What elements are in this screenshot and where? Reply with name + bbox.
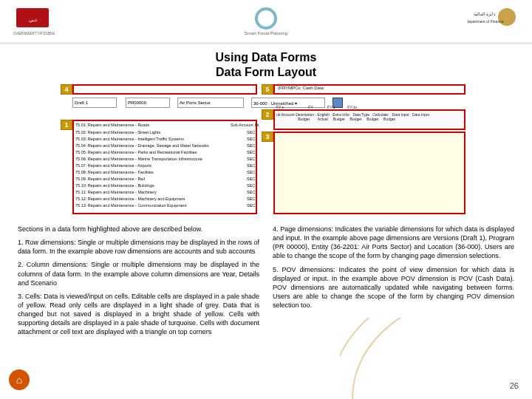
table-row: 75.09: Repairs and Maintenance - Rail (75, 177, 253, 181)
callout-2: 2 (262, 109, 273, 120)
item-1: 1. Row dimensions: Single or multiple di… (18, 238, 259, 256)
page-number: 26 (510, 381, 519, 390)
row-val: SEC (247, 190, 255, 194)
table-row: 75.12: Repairs and Maintenance - Machine… (75, 197, 253, 201)
svg-text:دبي: دبي (29, 17, 37, 23)
row-val: SEC (247, 150, 255, 154)
dof-logo: دائرة الماليةDepartment of Finance (467, 4, 519, 39)
description-columns: Sections in a data form highlighted abov… (0, 217, 532, 341)
box-cells (273, 132, 466, 214)
form-layout-diagram: 5 (FRYMPCs: Cash Data 4 Draft 1 PR00000 … (59, 84, 473, 217)
row-val: SEC (247, 130, 255, 134)
item-3: 3. Cells: Data is viewed/input on cells.… (18, 292, 259, 337)
ring-icon (255, 7, 277, 30)
box-page-dims (72, 84, 257, 95)
row-val: Sub Account Int (231, 123, 259, 127)
title-line-2: Data Form Layout (0, 65, 532, 80)
title-line-1: Using Data Forms (0, 50, 532, 65)
column-headers: ub Account Description - English Extra I… (276, 112, 461, 121)
table-row: 75.06: Repairs and Maintenance - Marine … (75, 157, 253, 161)
row-val: SEC (247, 183, 255, 188)
callout-4: 4 (61, 84, 72, 95)
pov-text: (FRYMPCs: Cash Data (278, 86, 324, 90)
item-2: 2. Column dimensions: Single or multiple… (18, 260, 259, 287)
row-val: SEC (247, 197, 255, 201)
table-row: 75.07: Repairs and Maintenance - Airport… (75, 163, 253, 168)
row-val: SEC (247, 137, 255, 141)
slide-header: دبيGOVERNMENT OF DUBAI Smart Fiscal Plan… (0, 0, 532, 44)
table-row: 75.05: Repairs and Maintenance - Parks a… (75, 150, 253, 154)
fy-labels: FY:s FY FY-1 FY-1s (276, 105, 357, 109)
table-row: 75.01: Repairs and Maintenance - Roads (75, 123, 253, 127)
smart-fiscal-logo: Smart Fiscal Planning (245, 7, 287, 35)
home-icon: ⌂ (16, 374, 22, 386)
dof-caption: Department of Finance (467, 19, 504, 24)
table-row: 75.04: Repairs and Maintenance - Drainag… (75, 143, 253, 148)
slide-title: Using Data Forms Data Form Layout (0, 50, 532, 80)
row-val: SEC (247, 203, 255, 208)
table-row: 75.02: Repairs and Maintenance - Street … (75, 130, 253, 134)
row-val: SEC (247, 157, 255, 161)
item-5: 5. POV dimensions: Indicates the point o… (273, 265, 514, 310)
row-val: SEC (247, 170, 255, 174)
row-val: SEC (247, 163, 255, 168)
dropdown-entity[interactable]: Air Ports Sector (177, 98, 244, 108)
home-button[interactable]: ⌂ (9, 369, 30, 390)
row-val: SEC (247, 177, 255, 181)
right-column: 4. Page dimensions: Indicates the variab… (273, 225, 514, 341)
table-row: 75.10: Repairs and Maintenance - Buildin… (75, 183, 253, 188)
gov-dubai-logo: دبيGOVERNMENT OF DUBAI (13, 4, 65, 39)
row-val: SEC (247, 143, 255, 148)
intro-text: Sections in a data form highlighted abov… (18, 225, 259, 233)
table-row: 75.13: Repairs and Maintenance - Communi… (75, 203, 253, 208)
dropdown-version[interactable]: Draft 1 (72, 98, 117, 108)
item-4: 4. Page dimensions: Indicates the variab… (273, 225, 514, 261)
left-column: Sections in a data form highlighted abov… (18, 225, 259, 341)
table-row: 75.08: Repairs and Maintenance - Facilit… (75, 170, 253, 174)
table-row: 75.03: Repairs and Maintenance - Intelli… (75, 137, 253, 141)
callout-5: 5 (262, 84, 273, 95)
svg-text:دائرة المالية: دائرة المالية (474, 12, 497, 17)
callout-3: 3 (262, 132, 273, 142)
table-row: 75.11: Repairs and Maintenance - Machine… (75, 190, 253, 194)
gov-dubai-caption: GOVERNMENT OF DUBAI (13, 31, 55, 35)
callout-1: 1 (61, 120, 72, 130)
center-caption: Smart Fiscal Planning (245, 31, 287, 35)
dropdown-program[interactable]: PR00000 (126, 98, 170, 108)
